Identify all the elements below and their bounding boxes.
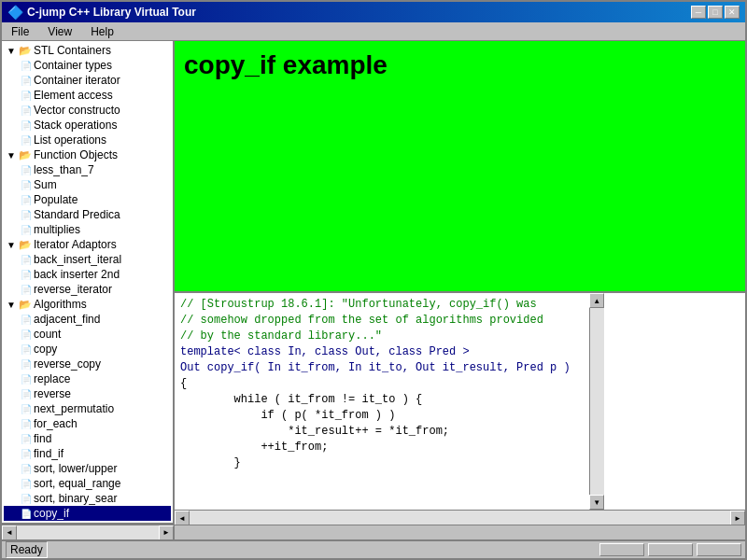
file-icon: 📄: [21, 315, 32, 325]
tree-item-container-iterator[interactable]: 📄 Container iterator: [4, 73, 171, 88]
menu-file[interactable]: File: [6, 24, 35, 39]
code-line-2: // somehow dropped from the set of algor…: [180, 313, 571, 329]
back-inserter-2nd-label: back inserter 2nd: [34, 268, 120, 281]
tree-item-sort-binary-sear[interactable]: 📄 sort, binary_sear: [4, 491, 171, 506]
folder-open-icon: 📂: [19, 239, 32, 251]
tree-item-reverse-iterator[interactable]: 📄 reverse_iterator: [4, 282, 171, 297]
code-with-scrollbar: // [Stroustrup 18.6.1]: "Unfortunately, …: [175, 293, 745, 510]
tree-item-back-insert-itera[interactable]: 📄 back_insert_iteral: [4, 252, 171, 267]
expand-icon: ▼: [6, 150, 17, 161]
maximize-button[interactable]: □: [708, 6, 723, 19]
find-label: find: [34, 432, 51, 445]
tree-section-stl-containers[interactable]: ▼ 📂 STL Containers: [4, 43, 171, 58]
window-title: C-jump C++ Library Virtual Tour: [27, 6, 196, 19]
tree-horizontal-scrollbar[interactable]: ◄ ►: [2, 525, 175, 539]
tree-item-for-each[interactable]: 📄 for_each: [4, 416, 171, 431]
copy-label: copy: [34, 343, 57, 356]
tree-item-reverse-copy[interactable]: 📄 reverse_copy: [4, 357, 171, 371]
file-icon: 📄: [21, 105, 32, 116]
container-types-label: Container types: [34, 59, 112, 72]
file-icon: 📄: [21, 404, 32, 414]
list-operations-label: List operations: [34, 133, 106, 147]
iterator-adaptors-label: Iterator Adaptors: [34, 238, 117, 251]
tree-item-sort-equal-range[interactable]: 📄 sort, equal_range: [4, 476, 171, 491]
tree-section-function-objects[interactable]: ▼ 📂 Function Objects: [4, 147, 171, 162]
tree-item-count[interactable]: 📄 count: [4, 327, 171, 342]
tree-section-iterator-adaptors[interactable]: ▼ 📂 Iterator Adaptors: [4, 237, 171, 252]
file-icon: 📄: [21, 389, 32, 399]
file-icon: 📄: [21, 449, 32, 459]
green-display-area: copy_if example: [175, 41, 745, 291]
status-text: Ready: [6, 541, 48, 558]
tree-item-element-access[interactable]: 📄 Element access: [4, 88, 171, 103]
tree-section-algorithms[interactable]: ▼ 📂 Algorithms: [4, 297, 171, 312]
file-icon: 📄: [21, 210, 32, 220]
horizontal-scrollbar[interactable]: ◄ ►: [175, 510, 745, 525]
vertical-scrollbar[interactable]: ▲ ▼: [589, 293, 604, 510]
file-icon: 📄: [21, 329, 32, 340]
minimize-button[interactable]: ─: [691, 6, 706, 19]
sum-label: Sum: [34, 178, 57, 191]
right-panel: copy_if example // [Stroustrup 18.6.1]: …: [175, 41, 745, 525]
expand-icon: ▼: [6, 46, 17, 56]
menu-bar: File View Help: [2, 22, 745, 41]
adjacent-find-label: adjacent_find: [34, 313, 100, 326]
file-icon: 📄: [21, 195, 32, 205]
tree-item-list-operations[interactable]: 📄 List operations: [4, 133, 171, 147]
stl-containers-label: STL Containers: [34, 44, 111, 57]
tree-inner: ▼ 📂 STL Containers 📄 Container types 📄 C…: [2, 41, 173, 523]
folder-open-icon: 📂: [19, 45, 32, 57]
code-line-11: }: [180, 455, 571, 471]
code-line-9: *it_result++ = *it_from;: [180, 424, 571, 440]
file-icon: 📄: [21, 344, 32, 355]
tree-item-find-if[interactable]: 📄 find_if: [4, 446, 171, 461]
tree-item-vector-constructo[interactable]: 📄 Vector constructo: [4, 103, 171, 118]
file-icon: 📄: [21, 509, 32, 519]
code-line-5: Out copy_if( In it_from, In it_to, Out i…: [180, 360, 571, 376]
tree-item-reverse[interactable]: 📄 reverse: [4, 386, 171, 401]
sort-binary-sear-label: sort, binary_sear: [34, 492, 117, 505]
tree-item-find[interactable]: 📄 find: [4, 431, 171, 446]
code-area: // [Stroustrup 18.6.1]: "Unfortunately, …: [175, 291, 745, 525]
scroll-left-button[interactable]: ◄: [175, 511, 190, 525]
tree-item-replace[interactable]: 📄 replace: [4, 371, 171, 386]
file-icon: 📄: [21, 270, 32, 280]
file-icon: 📄: [21, 374, 32, 385]
main-window: 🔷 C-jump C++ Library Virtual Tour ─ □ ✕ …: [0, 0, 747, 560]
tree-item-stack-operations[interactable]: 📄 Stack operations: [4, 118, 171, 133]
tree-item-populate[interactable]: 📄 Populate: [4, 192, 171, 207]
tree-item-multiplies[interactable]: 📄 multiplies: [4, 222, 171, 237]
scroll-down-button[interactable]: ▼: [589, 495, 604, 510]
vector-constructo-label: Vector constructo: [34, 104, 120, 117]
status-btn-1: [599, 543, 644, 556]
code-line-1: // [Stroustrup 18.6.1]: "Unfortunately, …: [180, 297, 571, 313]
scroll-right-button[interactable]: ►: [730, 511, 745, 525]
code-line-10: ++it_from;: [180, 440, 571, 455]
tree-item-adjacent-find[interactable]: 📄 adjacent_find: [4, 312, 171, 327]
code-line-7: while ( it_from != it_to ) {: [180, 392, 571, 408]
tree-item-sum[interactable]: 📄 Sum: [4, 177, 171, 192]
tree-scroll-left-button[interactable]: ◄: [2, 525, 17, 540]
tree-item-container-types[interactable]: 📄 Container types: [4, 58, 171, 73]
tree-item-back-inserter-2nd[interactable]: 📄 back inserter 2nd: [4, 267, 171, 282]
tree-scroll-right-button[interactable]: ►: [159, 525, 174, 540]
file-icon: 📄: [21, 285, 32, 295]
sort-lower-upper-label: sort, lower/upper: [34, 462, 117, 475]
bottom-scroll-row: ◄ ►: [2, 525, 745, 539]
tree-item-copy-if[interactable]: 📄 copy_if: [4, 506, 171, 521]
tree-item-sort-lower-upper[interactable]: 📄 sort, lower/upper: [4, 461, 171, 476]
scroll-up-button[interactable]: ▲: [589, 293, 604, 308]
tree-item-standard-predica[interactable]: 📄 Standard Predica: [4, 207, 171, 222]
menu-view[interactable]: View: [42, 24, 78, 39]
tree-item-copy[interactable]: 📄 copy: [4, 342, 171, 357]
file-icon: 📄: [21, 464, 32, 474]
file-icon: 📄: [21, 479, 32, 489]
tree-panel: ▼ 📂 STL Containers 📄 Container types 📄 C…: [2, 41, 175, 525]
tree-item-less-than-7[interactable]: 📄 less_than_7: [4, 162, 171, 177]
menu-help[interactable]: Help: [85, 24, 120, 39]
status-bar: Ready: [2, 539, 745, 558]
file-icon: 📄: [21, 61, 32, 71]
close-button[interactable]: ✕: [725, 6, 740, 19]
spacer-bottom: [175, 525, 745, 539]
tree-item-next-permutation[interactable]: 📄 next_permutatio: [4, 401, 171, 416]
